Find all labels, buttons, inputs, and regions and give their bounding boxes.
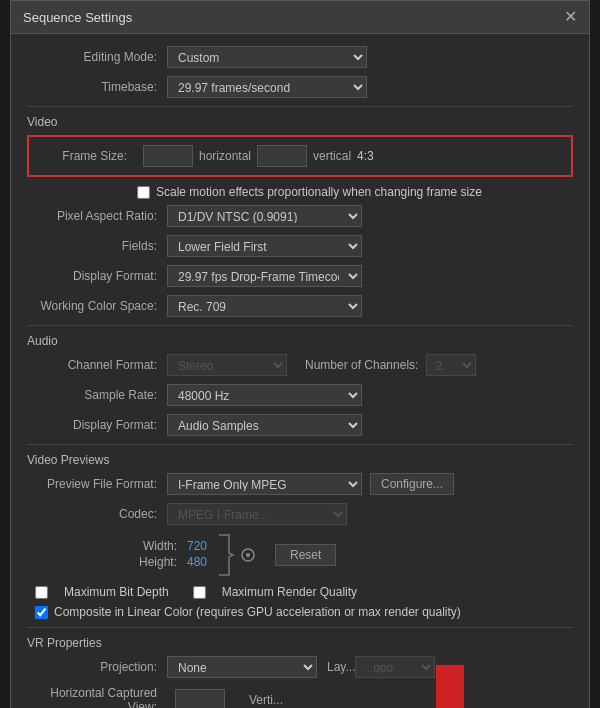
scale-label: Scale motion effects proportionally when… (156, 185, 482, 199)
channel-format-row: Channel Format: Stereo Number of Channel… (27, 354, 573, 376)
sample-rate-select[interactable]: 48000 Hz (167, 384, 362, 406)
video-box: Frame Size: 720 horizontal 480 vertical … (27, 135, 573, 177)
codec-label: Codec: (27, 507, 167, 521)
video-section: Video Frame Size: 720 horizontal 480 ver… (27, 106, 573, 317)
display-format-select[interactable]: 29.97 fps Drop-Frame Timecode (167, 265, 362, 287)
codec-select: MPEG I-Frame... (167, 503, 347, 525)
sequence-settings-dialog: Sequence Settings ✕ Editing Mode: Custom… (10, 0, 590, 708)
projection-select[interactable]: None (167, 656, 317, 678)
scale-checkbox[interactable] (137, 186, 150, 199)
arrow-indicator (426, 665, 474, 708)
frame-size-row: Frame Size: 720 horizontal 480 vertical … (37, 145, 563, 167)
num-channels-label: Number of Channels: (305, 358, 418, 372)
composite-row: Composite in Linear Color (requires GPU … (35, 605, 573, 619)
preview-format-row: Preview File Format: I-Frame Only MPEG C… (27, 473, 573, 495)
audio-display-format-select[interactable]: Audio Samples (167, 414, 362, 436)
layout-select: ..opo (355, 656, 435, 678)
aspect-ratio: 4:3 (357, 149, 374, 163)
width-line: Width: 720 (137, 539, 207, 553)
display-format-row: Display Format: 29.97 fps Drop-Frame Tim… (27, 265, 573, 287)
height-value: 480 (187, 555, 207, 569)
vertical-label: vertical (313, 149, 351, 163)
channel-format-select: Stereo (167, 354, 287, 376)
timebase-select[interactable]: 29.97 frames/second (167, 76, 367, 98)
frame-size-label: Frame Size: (37, 149, 137, 163)
vertical-captured-label: Verti... (249, 693, 283, 707)
title-bar: Sequence Settings ✕ (11, 1, 589, 34)
projection-label: Projection: (27, 660, 167, 674)
svg-point-1 (246, 553, 250, 557)
wh-container: Width: 720 Height: 480 (27, 533, 573, 577)
composite-linear-label: Composite in Linear Color (requires GPU … (54, 605, 461, 619)
layout-label: Lay... (327, 660, 355, 674)
frame-width-input[interactable]: 720 (143, 145, 193, 167)
height-label: Height: (137, 555, 187, 569)
audio-display-format-row: Display Format: Audio Samples (27, 414, 573, 436)
audio-section-label: Audio (27, 334, 573, 348)
bracket-container (215, 533, 255, 577)
reset-button[interactable]: Reset (275, 544, 336, 566)
width-label: Width: (137, 539, 187, 553)
bitdepth-row: Maximum Bit Depth Maximum Render Quality (35, 585, 573, 599)
preview-format-select[interactable]: I-Frame Only MPEG (167, 473, 362, 495)
pixel-aspect-select[interactable]: D1/DV NTSC (0.9091) (167, 205, 362, 227)
color-space-row: Working Color Space: Rec. 709 (27, 295, 573, 317)
timebase-label: Timebase: (27, 80, 167, 94)
video-previews-section: Video Previews Preview File Format: I-Fr… (27, 444, 573, 577)
hcv-label: Horizontal Captured View: (27, 686, 167, 708)
projection-row: Projection: None Lay... ..opo (27, 656, 573, 678)
composite-linear-checkbox[interactable] (35, 606, 48, 619)
link-icon (241, 548, 255, 562)
sample-rate-row: Sample Rate: 48000 Hz (27, 384, 573, 406)
height-line: Height: 480 (137, 555, 207, 569)
codec-row: Codec: MPEG I-Frame... (27, 503, 573, 525)
color-space-select[interactable]: Rec. 709 (167, 295, 362, 317)
close-button[interactable]: ✕ (564, 9, 577, 25)
max-render-quality-label: Maximum Render Quality (222, 585, 357, 599)
preview-format-label: Preview File Format: (27, 477, 167, 491)
video-previews-label: Video Previews (27, 453, 573, 467)
wh-group: Width: 720 Height: 480 (137, 539, 207, 571)
editing-mode-label: Editing Mode: (27, 50, 167, 64)
timebase-row: Timebase: 29.97 frames/second (27, 76, 573, 98)
editing-mode-row: Editing Mode: Custom (27, 46, 573, 68)
vr-section: VR Properties Projection: None Lay... ..… (27, 627, 573, 708)
max-render-quality-checkbox[interactable] (193, 586, 206, 599)
configure-button[interactable]: Configure... (370, 473, 454, 495)
max-bit-depth-label: Maximum Bit Depth (64, 585, 169, 599)
fields-row: Fields: Lower Field First (27, 235, 573, 257)
color-space-label: Working Color Space: (27, 299, 167, 313)
pixel-aspect-row: Pixel Aspect Ratio: D1/DV NTSC (0.9091) (27, 205, 573, 227)
width-value: 720 (187, 539, 207, 553)
editing-mode-select[interactable]: Custom (167, 46, 367, 68)
horizontal-label: horizontal (199, 149, 251, 163)
video-section-label: Video (27, 115, 573, 129)
hcv-row: Horizontal Captured View: 0 ° Verti... (27, 686, 573, 708)
audio-display-format-label: Display Format: (27, 418, 167, 432)
channel-controls: Stereo Number of Channels: 2 (167, 354, 476, 376)
audio-section: Audio Channel Format: Stereo Number of C… (27, 325, 573, 436)
arrow-body (436, 665, 464, 708)
dialog-title: Sequence Settings (23, 10, 132, 25)
max-bit-depth-checkbox[interactable] (35, 586, 48, 599)
fields-label: Fields: (27, 239, 167, 253)
dialog-body: Editing Mode: Custom Timebase: 29.97 fra… (11, 34, 589, 708)
display-format-label: Display Format: (27, 269, 167, 283)
fields-select[interactable]: Lower Field First (167, 235, 362, 257)
channel-format-label: Channel Format: (27, 358, 167, 372)
pixel-aspect-label: Pixel Aspect Ratio: (27, 209, 167, 223)
frame-height-input[interactable]: 480 (257, 145, 307, 167)
sample-rate-label: Sample Rate: (27, 388, 167, 402)
scale-checkbox-row: Scale motion effects proportionally when… (27, 185, 573, 199)
hcv-input[interactable]: 0 ° (175, 689, 225, 708)
link-bracket-icon (215, 533, 235, 577)
vr-section-label: VR Properties (27, 636, 573, 650)
num-channels-select: 2 (426, 354, 476, 376)
